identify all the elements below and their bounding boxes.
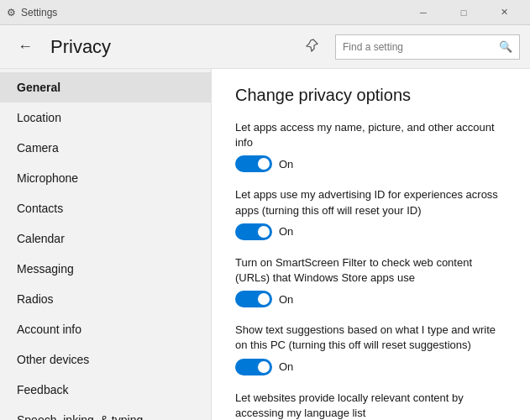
pin-button[interactable]: [298, 35, 325, 59]
section-title: Change privacy options: [235, 86, 506, 105]
sidebar-item-camera[interactable]: Camera: [0, 133, 211, 163]
sidebar-item-speech--inking----typing[interactable]: Speech, inking, & typing: [0, 405, 211, 420]
toggle-label-3: On: [279, 360, 293, 373]
setting-desc-3: Show text suggestions based on what I ty…: [235, 323, 504, 353]
toggle-3[interactable]: [235, 359, 272, 375]
title-bar: ⚙ Settings ─ □ ✕: [0, 0, 530, 25]
close-button[interactable]: ✕: [485, 0, 523, 25]
toggle-label-0: On: [279, 158, 293, 171]
setting-desc-1: Let apps use my advertising ID for exper…: [235, 187, 504, 218]
maximize-button[interactable]: □: [444, 0, 483, 25]
toggle-row-0: On: [235, 155, 506, 172]
header-bar: ← Privacy 🔍: [0, 25, 530, 69]
setting-item-2: Turn on SmartScreen Filter to check web …: [235, 255, 506, 307]
sidebar-item-calendar[interactable]: Calendar: [0, 223, 211, 254]
sidebar-item-location[interactable]: Location: [0, 102, 211, 133]
back-button[interactable]: ←: [10, 32, 40, 62]
minimize-button[interactable]: ─: [404, 0, 443, 25]
setting-desc-2: Turn on SmartScreen Filter to check web …: [235, 255, 504, 286]
main-layout: GeneralLocationCameraMicrophoneContactsC…: [0, 69, 530, 420]
title-bar-icon: ⚙: [7, 7, 16, 18]
toggle-label-1: On: [279, 225, 293, 238]
setting-desc-0: Let apps access my name, picture, and ot…: [235, 120, 504, 150]
search-input[interactable]: [343, 41, 494, 53]
sidebar-item-contacts[interactable]: Contacts: [0, 193, 211, 223]
sidebar-item-account-info[interactable]: Account info: [0, 314, 211, 344]
sidebar-item-microphone[interactable]: Microphone: [0, 163, 211, 193]
setting-desc-4: Let websites provide locally relevant co…: [235, 391, 504, 421]
sidebar-item-general[interactable]: General: [0, 72, 211, 102]
sidebar-item-feedback[interactable]: Feedback: [0, 375, 211, 405]
toggle-row-1: On: [235, 223, 506, 240]
toggle-label-2: On: [279, 293, 293, 306]
setting-item-1: Let apps use my advertising ID for exper…: [235, 187, 506, 239]
search-box[interactable]: 🔍: [335, 34, 520, 60]
toggle-0[interactable]: [235, 155, 272, 172]
sidebar-item-radios[interactable]: Radios: [0, 284, 211, 314]
toggle-row-2: On: [235, 291, 506, 307]
page-title: Privacy: [50, 36, 288, 58]
setting-item-3: Show text suggestions based on what I ty…: [235, 323, 506, 375]
sidebar: GeneralLocationCameraMicrophoneContactsC…: [0, 69, 212, 420]
toggle-row-3: On: [235, 359, 506, 375]
search-icon: 🔍: [499, 40, 512, 53]
toggle-2[interactable]: [235, 291, 272, 307]
setting-item-4: Let websites provide locally relevant co…: [235, 391, 506, 421]
title-bar-title: Settings: [21, 7, 57, 18]
setting-item-0: Let apps access my name, picture, and ot…: [235, 120, 506, 172]
content-area: Change privacy options Let apps access m…: [212, 69, 530, 420]
sidebar-item-messaging[interactable]: Messaging: [0, 254, 211, 284]
sidebar-item-other-devices[interactable]: Other devices: [0, 344, 211, 375]
toggle-1[interactable]: [235, 223, 272, 240]
